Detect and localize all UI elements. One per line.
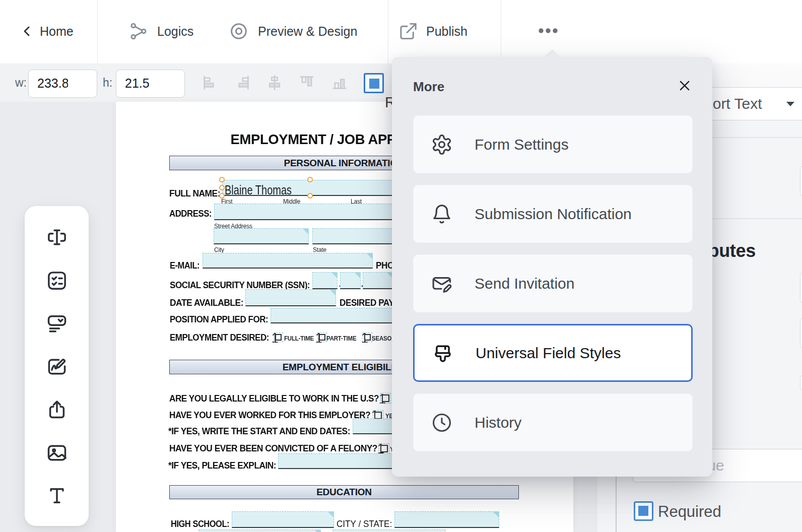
full-name-value: Blaine Thomas [225, 183, 292, 197]
bottom-field-1[interactable] [198, 529, 321, 532]
checklist-tool-button[interactable] [46, 270, 68, 292]
panel-button-sliver-1[interactable] [800, 165, 802, 197]
selection-handle-bottom-middle[interactable] [307, 193, 313, 198]
section-education: EDUCATION [169, 485, 519, 499]
date-available-field[interactable] [245, 289, 336, 306]
publish-icon [398, 21, 418, 41]
panel-button-sliver-2[interactable] [800, 272, 802, 304]
position-label: POSITION APPLIED FOR: [170, 315, 268, 323]
panel-button-sliver-4[interactable] [800, 375, 802, 391]
clock-icon [431, 412, 453, 434]
felony-checkbox[interactable] [380, 445, 388, 452]
form-elements-palette [25, 206, 89, 526]
topbar-divider-3 [501, 0, 501, 63]
ssn-label: SOCIAL SECURITY NUMBER (SSN): [170, 281, 310, 289]
full-time-label: FULL-TIME [284, 335, 314, 342]
text-field-tool-button[interactable] [46, 226, 68, 248]
field-corner-fold [331, 272, 338, 279]
menu-item-submission-notification[interactable]: Submission Notification [413, 185, 693, 243]
height-input[interactable]: 21.5 [116, 70, 185, 98]
menu-item-universal-field-styles[interactable]: Universal Field Styles [413, 324, 693, 382]
selection-handle-middle-left[interactable] [219, 185, 225, 190]
selection-handle-top-middle[interactable] [307, 177, 313, 182]
field-corner-fold [329, 289, 336, 296]
eligible-checkbox[interactable] [382, 394, 389, 402]
publish-label: Publish [426, 24, 467, 39]
menu-item-label: Universal Field Styles [476, 345, 621, 362]
bottom-field-2[interactable] [332, 529, 446, 532]
select-caret-icon [785, 101, 795, 107]
email-field[interactable] [203, 253, 373, 269]
menu-item-send-invitation[interactable]: Send Invitation [413, 254, 693, 312]
preview-design-label: Preview & Design [258, 24, 357, 39]
more-popup-title: More [413, 79, 444, 95]
ssn-field-1[interactable] [312, 272, 338, 289]
worked-checkbox[interactable] [374, 412, 382, 419]
menu-item-label: Form Settings [475, 136, 569, 153]
selection-handle-top-left[interactable] [219, 177, 225, 182]
full-time-checkbox[interactable] [275, 334, 282, 341]
high-school-field[interactable] [232, 511, 334, 528]
image-tool-button[interactable] [46, 442, 68, 464]
topbar-divider-2 [388, 0, 388, 63]
logics-label: Logics [157, 24, 193, 39]
chevron-left-icon [21, 22, 33, 40]
seasonal-checkbox[interactable] [364, 334, 371, 341]
q-worked-label: HAVE YOU EVER WORKED FOR THIS EMPLOYER? [169, 411, 370, 419]
menu-item-label: Send Invitation [475, 275, 574, 292]
menu-item-label: History [475, 414, 521, 431]
city-sublabel: City [214, 246, 224, 253]
menu-item-history[interactable]: History [413, 393, 693, 451]
topbar-divider-1 [97, 0, 98, 63]
popup-caret [546, 50, 560, 57]
paintbrush-icon [432, 342, 454, 364]
ssn-field-2[interactable] [340, 272, 361, 289]
panel-button-sliver-3[interactable] [800, 317, 802, 349]
required-checkbox[interactable] [634, 501, 653, 521]
field-corner-fold [327, 511, 334, 518]
width-label: w: [15, 76, 27, 90]
publish-button[interactable]: Publish [398, 21, 467, 41]
dropdown-tool-button[interactable] [46, 312, 68, 335]
more-button[interactable] [536, 26, 560, 35]
required-label: Required [658, 503, 721, 521]
align-left-button[interactable] [202, 74, 219, 91]
logics-button[interactable]: Logics [129, 21, 193, 41]
required-checkbox-check [638, 506, 648, 516]
field-corner-fold [354, 272, 361, 279]
align-top-button[interactable] [298, 74, 315, 91]
fill-color-button[interactable] [364, 73, 384, 93]
align-center-horizontal-button[interactable] [266, 74, 283, 91]
section-title: EMPLOYMENT ELIGIBILITY [283, 362, 406, 373]
desired-pay-label: DESIRED PAY [340, 298, 394, 307]
menu-item-form-settings[interactable]: Form Settings [413, 115, 693, 173]
home-button[interactable]: Home [21, 22, 74, 40]
state-sublabel: State [313, 246, 326, 253]
align-right-button[interactable] [234, 74, 251, 91]
mail-pencil-icon [431, 273, 453, 295]
menu-item-label: Submission Notification [475, 206, 632, 223]
text-tool-button[interactable] [46, 485, 68, 507]
upload-tool-button[interactable] [46, 398, 68, 421]
section-title: PERSONAL INFORMATION [284, 158, 404, 169]
city-field[interactable] [214, 228, 309, 244]
city-state-field[interactable] [394, 511, 499, 528]
logics-icon [129, 21, 148, 41]
field-corner-fold [314, 529, 321, 532]
ssn-field-3[interactable] [363, 272, 393, 289]
close-icon[interactable] [677, 78, 692, 93]
fill-color-swatch [369, 79, 379, 89]
align-bottom-button[interactable] [331, 74, 348, 91]
employment-desired-label: EMPLOYMENT DESIRED: [170, 333, 269, 342]
q-dates-label: *IF YES, WRITE THE START AND END DATES: [168, 427, 350, 435]
field-corner-fold [302, 228, 309, 235]
preview-design-button[interactable]: Preview & Design [229, 21, 357, 41]
part-time-checkbox[interactable] [319, 334, 325, 341]
signature-tool-button[interactable] [46, 356, 68, 378]
height-value: 21.5 [125, 70, 150, 97]
width-value: 233.8 [37, 70, 68, 97]
section-title: EDUCATION [316, 487, 372, 498]
more-popup: More Form Settings Submission Notificati… [392, 57, 712, 477]
width-input[interactable]: 233.8 [28, 70, 97, 98]
q-eligible-label: ARE YOU LEGALLY ELIGIBLE TO WORK IN THE … [169, 394, 379, 403]
